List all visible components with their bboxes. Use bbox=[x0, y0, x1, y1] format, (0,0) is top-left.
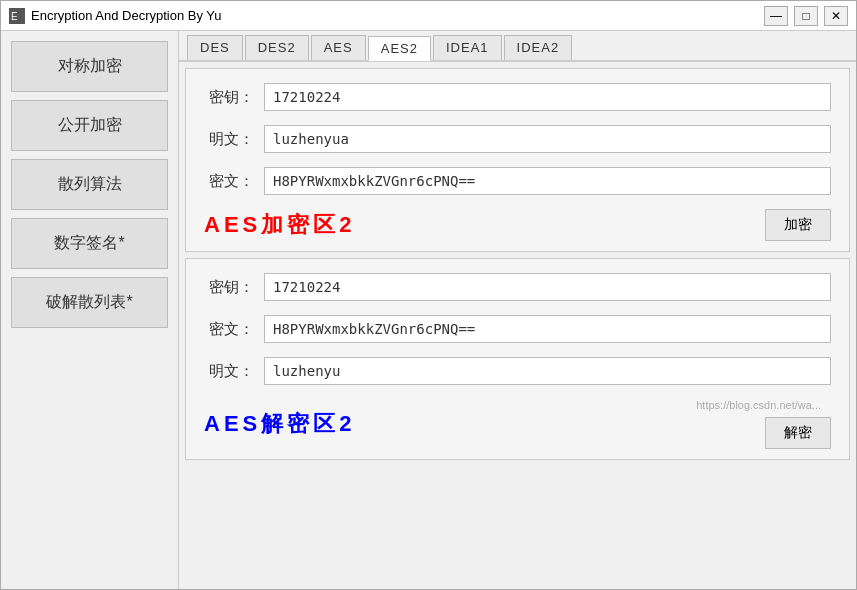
encrypt-section: 密钥： 明文： 密文： AES加密区2 加密 bbox=[185, 68, 850, 252]
decrypt-button[interactable]: 解密 bbox=[765, 417, 831, 449]
close-button[interactable]: ✕ bbox=[824, 6, 848, 26]
decrypt-key-label: 密钥： bbox=[204, 278, 254, 297]
encrypt-key-input[interactable] bbox=[264, 83, 831, 111]
right-panel: DESDES2AESAES2IDEA1IDEA2 密钥： 明文： 密文： bbox=[179, 31, 856, 589]
decrypt-ciphertext-label: 密文： bbox=[204, 320, 254, 339]
encrypt-plaintext-row: 明文： bbox=[204, 125, 831, 153]
encrypt-plaintext-label: 明文： bbox=[204, 130, 254, 149]
sidebar-item-crack[interactable]: 破解散列表* bbox=[11, 277, 168, 328]
decrypt-plaintext-label: 明文： bbox=[204, 362, 254, 381]
sidebar-item-signature[interactable]: 数字签名* bbox=[11, 218, 168, 269]
tab-bar: DESDES2AESAES2IDEA1IDEA2 bbox=[179, 31, 856, 62]
tab-des[interactable]: DES bbox=[187, 35, 243, 60]
decrypt-ciphertext-row: 密文： bbox=[204, 315, 831, 343]
main-content: 对称加密公开加密散列算法数字签名*破解散列表* DESDES2AESAES2ID… bbox=[1, 31, 856, 589]
sidebar-item-hash[interactable]: 散列算法 bbox=[11, 159, 168, 210]
maximize-button[interactable]: □ bbox=[794, 6, 818, 26]
svg-text:E: E bbox=[11, 11, 18, 22]
main-window: E Encryption And Decryption By Yu — □ ✕ … bbox=[0, 0, 857, 590]
panels-container: 密钥： 明文： 密文： AES加密区2 加密 bbox=[179, 62, 856, 589]
decrypt-footer: AES解密区2 https://blog.csdn.net/wa... 解密 bbox=[204, 399, 831, 449]
decrypt-section: 密钥： 密文： 明文： AES解密区2 https://blog bbox=[185, 258, 850, 460]
decrypt-key-input[interactable] bbox=[264, 273, 831, 301]
app-icon: E bbox=[9, 8, 25, 24]
tab-aes2[interactable]: AES2 bbox=[368, 36, 431, 61]
window-controls: — □ ✕ bbox=[764, 6, 848, 26]
sidebar: 对称加密公开加密散列算法数字签名*破解散列表* bbox=[1, 31, 179, 589]
sidebar-item-symmetric[interactable]: 对称加密 bbox=[11, 41, 168, 92]
encrypt-key-label: 密钥： bbox=[204, 88, 254, 107]
encrypt-ciphertext-input[interactable] bbox=[264, 167, 831, 195]
decrypt-section-title: AES解密区2 bbox=[204, 409, 355, 439]
tab-aes[interactable]: AES bbox=[311, 35, 366, 60]
watermark: https://blog.csdn.net/wa... bbox=[696, 399, 831, 413]
tab-idea1[interactable]: IDEA1 bbox=[433, 35, 502, 60]
title-bar: E Encryption And Decryption By Yu — □ ✕ bbox=[1, 1, 856, 31]
minimize-button[interactable]: — bbox=[764, 6, 788, 26]
encrypt-footer: AES加密区2 加密 bbox=[204, 209, 831, 241]
window-title: Encryption And Decryption By Yu bbox=[31, 8, 764, 23]
encrypt-plaintext-input[interactable] bbox=[264, 125, 831, 153]
tab-idea2[interactable]: IDEA2 bbox=[504, 35, 573, 60]
decrypt-key-row: 密钥： bbox=[204, 273, 831, 301]
sidebar-item-public[interactable]: 公开加密 bbox=[11, 100, 168, 151]
decrypt-plaintext-row: 明文： bbox=[204, 357, 831, 385]
encrypt-section-title: AES加密区2 bbox=[204, 210, 355, 240]
decrypt-plaintext-input[interactable] bbox=[264, 357, 831, 385]
encrypt-ciphertext-row: 密文： bbox=[204, 167, 831, 195]
encrypt-ciphertext-label: 密文： bbox=[204, 172, 254, 191]
encrypt-button[interactable]: 加密 bbox=[765, 209, 831, 241]
tab-des2[interactable]: DES2 bbox=[245, 35, 309, 60]
decrypt-ciphertext-input[interactable] bbox=[264, 315, 831, 343]
encrypt-key-row: 密钥： bbox=[204, 83, 831, 111]
